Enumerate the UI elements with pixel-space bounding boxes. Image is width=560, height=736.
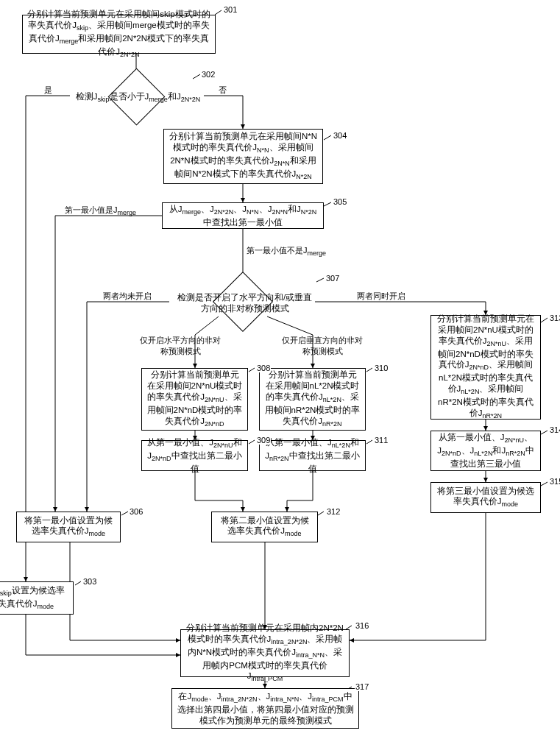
label-303: 303 (82, 577, 97, 586)
node-304: 分别计算当前预测单元在采用帧间N*N模式时的率失真代价JN*N、采用帧间2N*N… (163, 129, 323, 184)
node-text: 分别计算当前预测单元在采用帧间N*N模式时的率失真代价JN*N、采用帧间2N*N… (169, 131, 318, 182)
node-317: 在Jmode、Jintra_2N*2N、Jintra_N*N、Jintra_PC… (171, 688, 359, 729)
node-306: 将第一最小值设置为候选率失真代价Jmode (16, 512, 121, 542)
label-317: 317 (355, 682, 369, 691)
node-text: 分别计算当前预测单元在采用帧间2N*nU模式时的率失真代价J2N*nU、采用帧间… (436, 314, 536, 422)
edge-no: 否 (219, 85, 227, 96)
node-text: 从Jmerge、J2N*2N、JN*N、J2N*N和JN*2N中查找出第一最小值 (167, 204, 319, 228)
node-text: 分别计算当前预测单元在采用帧内2N*2N模式时的率失真代价Jintra_2N*2… (185, 623, 344, 684)
edge-first-min-not-jmerge: 第一最小值不是Jmerge (247, 245, 326, 257)
label-307: 307 (325, 274, 340, 283)
node-text: 分别计算当前预测单元在采用帧间nL*2N模式时的率失真代价JnL*2N、采用帧间… (264, 369, 361, 429)
label-309: 309 (256, 436, 271, 445)
label-305: 305 (333, 197, 347, 206)
node-text: 检测Jskip是否小于Jmerge和J2N*2N (76, 92, 200, 101)
label-302: 302 (201, 70, 216, 79)
node-text: 将Jskip设置为候选率失真代价Jmode (0, 585, 68, 612)
node-310: 分别计算当前预测单元在采用帧间nL*2N模式时的率失真代价JnL*2N、采用帧间… (259, 368, 366, 431)
node-301: 分别计算当前预测单元在采用帧间skip模式时的率失真代价Jskip、采用帧间me… (22, 15, 216, 54)
node-text: 从第一最小值、J2N*nU和J2N*nD中查找出第二最小值 (146, 437, 243, 475)
node-312: 将第二最小值设置为候选率失真代价Jmode (211, 512, 318, 542)
label-311: 311 (374, 436, 389, 445)
node-text: 从第一最小值、JnL*2N和JnR*2N中查找出第二最小值 (264, 437, 361, 475)
edge-both-open: 两者同时开启 (357, 291, 405, 302)
edge-only-horizontal: 仅开启水平方向的非对称预测模式 (140, 335, 221, 357)
edge-both-not-open: 两者均未开启 (103, 291, 152, 302)
node-text: 将第二最小值设置为候选率失真代价Jmode (216, 515, 313, 539)
label-314: 314 (549, 425, 560, 434)
node-307: 检测是否开启了水平方向和/或垂直方向的非对称预测模式 (173, 292, 316, 314)
node-text: 从第一最小值、J2N*nU、J2N*nD、JnL*2N和JnR*2N中查找出第三… (436, 432, 536, 470)
node-text: 将第一最小值设置为候选率失真代价Jmode (21, 515, 116, 539)
node-316: 分别计算当前预测单元在采用帧内2N*2N模式时的率失真代价Jintra_2N*2… (180, 629, 350, 677)
node-text: 分别计算当前预测单元在采用帧间2N*nU模式时的率失真代价J2N*nU、采用帧间… (146, 369, 243, 429)
node-text: 分别计算当前预测单元在采用帧间skip模式时的率失真代价Jskip、采用帧间me… (27, 9, 210, 60)
node-303: 将Jskip设置为候选率失真代价Jmode (0, 581, 74, 615)
node-302: 检测Jskip是否小于Jmerge和J2N*2N (70, 91, 206, 105)
node-309: 从第一最小值、J2N*nU和J2N*nD中查找出第二最小值 (141, 440, 248, 471)
node-text: 将第三最小值设置为候选率失真代价Jmode (436, 486, 536, 510)
label-316: 316 (355, 621, 369, 630)
label-313: 313 (549, 314, 560, 322)
edge-yes: 是 (44, 85, 52, 96)
label-306: 306 (129, 507, 143, 516)
label-312: 312 (326, 507, 341, 516)
node-text: 在Jmode、Jintra_2N*2N、Jintra_N*N、Jintra_PC… (177, 691, 354, 726)
node-315: 将第三最小值设置为候选率失真代价Jmode (430, 482, 541, 513)
node-305: 从Jmerge、J2N*2N、JN*N、J2N*N和JN*2N中查找出第一最小值 (162, 202, 324, 229)
edge-only-vertical: 仅开启垂直方向的非对称预测模式 (282, 335, 363, 357)
label-304: 304 (333, 131, 347, 140)
edge-first-min-jmerge: 第一最小值是Jmerge (65, 205, 153, 216)
node-311: 从第一最小值、JnL*2N和JnR*2N中查找出第二最小值 (259, 440, 366, 471)
node-text: 检测是否开启了水平方向和/或垂直方向的非对称预测模式 (177, 293, 312, 313)
node-313: 分别计算当前预测单元在采用帧间2N*nU模式时的率失真代价J2N*nU、采用帧间… (430, 315, 541, 420)
label-315: 315 (549, 477, 560, 486)
node-308: 分别计算当前预测单元在采用帧间2N*nU模式时的率失真代价J2N*nU、采用帧间… (141, 368, 248, 431)
label-310: 310 (374, 364, 389, 372)
label-308: 308 (256, 364, 271, 372)
label-301: 301 (223, 5, 238, 14)
node-314: 从第一最小值、J2N*nU、J2N*nD、JnL*2N和JnR*2N中查找出第三… (430, 431, 541, 471)
